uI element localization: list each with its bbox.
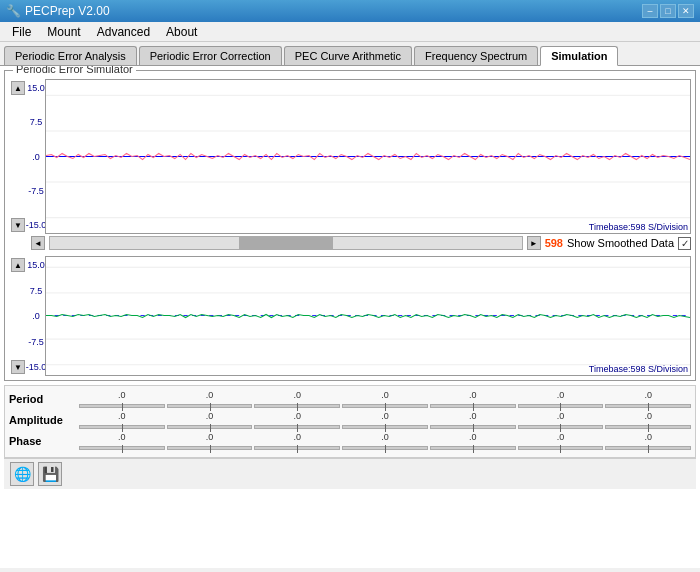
y-label-n15: -15.0 bbox=[26, 220, 47, 230]
phase-input-5: .0 bbox=[518, 432, 604, 450]
amplitude-slider-3[interactable] bbox=[342, 425, 428, 429]
bottom-chart-timebase: Timebase:598 S/Division bbox=[589, 364, 688, 374]
scroll-right-arrow[interactable]: ► bbox=[527, 236, 541, 250]
amplitude-input-2: .0 bbox=[254, 411, 340, 429]
top-chart-wrapper: ▲ ▼ 15.0 7.5 .0 -7.5 -15.0 bbox=[9, 79, 691, 234]
bottom-chart-scroll-down[interactable]: ▼ bbox=[11, 360, 25, 374]
phase-input-4: .0 bbox=[430, 432, 516, 450]
scroll-thumb[interactable] bbox=[239, 237, 333, 249]
phase-slider-5[interactable] bbox=[518, 446, 604, 450]
tab-periodic-error-correction[interactable]: Periodic Error Correction bbox=[139, 46, 282, 65]
window-controls[interactable]: – □ ✕ bbox=[642, 4, 694, 18]
phase-input-1: .0 bbox=[167, 432, 253, 450]
scroll-left-arrow[interactable]: ◄ bbox=[31, 236, 45, 250]
maximize-button[interactable]: □ bbox=[660, 4, 676, 18]
tab-periodic-error-analysis[interactable]: Periodic Error Analysis bbox=[4, 46, 137, 65]
period-val-1: .0 bbox=[206, 390, 214, 400]
amplitude-slider-0[interactable] bbox=[79, 425, 165, 429]
phase-slider-4[interactable] bbox=[430, 446, 516, 450]
param-section: Period .0 .0 .0 bbox=[4, 385, 696, 458]
bottom-chart-y-axis: 15.0 7.5 .0 -7.5 -15.0 bbox=[27, 256, 45, 376]
amplitude-slider-4[interactable] bbox=[430, 425, 516, 429]
bottom-y-label-75: 7.5 bbox=[30, 286, 43, 296]
phase-slider-1[interactable] bbox=[167, 446, 253, 450]
close-button[interactable]: ✕ bbox=[678, 4, 694, 18]
period-slider-0[interactable] bbox=[79, 404, 165, 408]
tab-simulation[interactable]: Simulation bbox=[540, 46, 618, 66]
period-input-5: .0 bbox=[518, 390, 604, 408]
phase-slider-0[interactable] bbox=[79, 446, 165, 450]
period-slider-2[interactable] bbox=[254, 404, 340, 408]
top-chart-area: Timebase:598 S/Division bbox=[45, 79, 691, 234]
amplitude-slider-6[interactable] bbox=[605, 425, 691, 429]
menu-about[interactable]: About bbox=[158, 23, 205, 41]
top-chart-y-axis: 15.0 7.5 .0 -7.5 -15.0 bbox=[27, 79, 45, 234]
amplitude-row: Amplitude .0 .0 .0 bbox=[9, 411, 691, 429]
chart-scroll-down[interactable]: ▼ bbox=[11, 218, 25, 232]
amplitude-input-3: .0 bbox=[342, 411, 428, 429]
phase-val-3: .0 bbox=[381, 432, 389, 442]
app-title: 🔧 PECPrep V2.00 bbox=[6, 4, 110, 18]
amplitude-slider-5[interactable] bbox=[518, 425, 604, 429]
phase-val-0: .0 bbox=[118, 432, 126, 442]
scrollbar-row: ◄ ► 598 Show Smoothed Data bbox=[9, 234, 691, 252]
y-label-15: 15.0 bbox=[27, 83, 45, 93]
menu-advanced[interactable]: Advanced bbox=[89, 23, 158, 41]
phase-val-1: .0 bbox=[206, 432, 214, 442]
phase-slider-6[interactable] bbox=[605, 446, 691, 450]
period-input-0: .0 bbox=[79, 390, 165, 408]
period-input-2: .0 bbox=[254, 390, 340, 408]
phase-val-6: .0 bbox=[644, 432, 652, 442]
period-slider-6[interactable] bbox=[605, 404, 691, 408]
bottom-y-label-0: .0 bbox=[32, 311, 40, 321]
periodic-error-simulator-group: Periodic Error Simulator ▲ ▼ 15.0 7.5 .0… bbox=[4, 70, 696, 381]
phase-slider-2[interactable] bbox=[254, 446, 340, 450]
period-slider-1[interactable] bbox=[167, 404, 253, 408]
bottom-chart-wrapper: ▲ ▼ 15.0 7.5 .0 -7.5 -15.0 bbox=[9, 256, 691, 376]
amplitude-input-1: .0 bbox=[167, 411, 253, 429]
save-button[interactable]: 💾 bbox=[38, 462, 62, 486]
phase-slider-3[interactable] bbox=[342, 446, 428, 450]
toolbar: 🌐 💾 bbox=[4, 458, 696, 489]
phase-val-4: .0 bbox=[469, 432, 477, 442]
title-text: PECPrep V2.00 bbox=[25, 4, 110, 18]
menu-mount[interactable]: Mount bbox=[39, 23, 88, 41]
main-content: Periodic Error Simulator ▲ ▼ 15.0 7.5 .0… bbox=[0, 66, 700, 568]
show-smoothed-checkbox[interactable] bbox=[678, 237, 691, 250]
amplitude-slider-2[interactable] bbox=[254, 425, 340, 429]
period-slider-5[interactable] bbox=[518, 404, 604, 408]
period-input-4: .0 bbox=[430, 390, 516, 408]
menu-file[interactable]: File bbox=[4, 23, 39, 41]
title-bar: 🔧 PECPrep V2.00 – □ ✕ bbox=[0, 0, 700, 22]
menu-bar: File Mount Advanced About bbox=[0, 22, 700, 42]
tab-frequency-spectrum[interactable]: Frequency Spectrum bbox=[414, 46, 538, 65]
amplitude-label: Amplitude bbox=[9, 414, 79, 426]
bottom-chart-scroll-up[interactable]: ▲ bbox=[11, 258, 25, 272]
tab-pec-curve-arithmetic[interactable]: PEC Curve Arithmetic bbox=[284, 46, 412, 65]
bottom-chart-svg bbox=[46, 257, 690, 375]
amplitude-input-5: .0 bbox=[518, 411, 604, 429]
amplitude-val-0: .0 bbox=[118, 411, 126, 421]
amplitude-val-2: .0 bbox=[294, 411, 302, 421]
scroll-track[interactable] bbox=[49, 236, 523, 250]
bottom-y-label-n75: -7.5 bbox=[28, 337, 44, 347]
refresh-button[interactable]: 🌐 bbox=[10, 462, 34, 486]
chart-scroll-up[interactable]: ▲ bbox=[11, 81, 25, 95]
period-val-2: .0 bbox=[294, 390, 302, 400]
amplitude-input-0: .0 bbox=[79, 411, 165, 429]
y-label-0: .0 bbox=[32, 152, 40, 162]
group-box-label: Periodic Error Simulator bbox=[13, 66, 136, 75]
minimize-button[interactable]: – bbox=[642, 4, 658, 18]
phase-input-3: .0 bbox=[342, 432, 428, 450]
amplitude-val-1: .0 bbox=[206, 411, 214, 421]
amplitude-slider-1[interactable] bbox=[167, 425, 253, 429]
app-icon: 🔧 bbox=[6, 4, 21, 18]
y-label-n75: -7.5 bbox=[28, 186, 44, 196]
tabs-bar: Periodic Error Analysis Periodic Error C… bbox=[0, 42, 700, 66]
period-slider-4[interactable] bbox=[430, 404, 516, 408]
phase-input-2: .0 bbox=[254, 432, 340, 450]
period-inputs: .0 .0 .0 .0 bbox=[79, 390, 691, 408]
period-slider-3[interactable] bbox=[342, 404, 428, 408]
amplitude-val-5: .0 bbox=[557, 411, 565, 421]
bottom-y-label-15: 15.0 bbox=[27, 260, 45, 270]
